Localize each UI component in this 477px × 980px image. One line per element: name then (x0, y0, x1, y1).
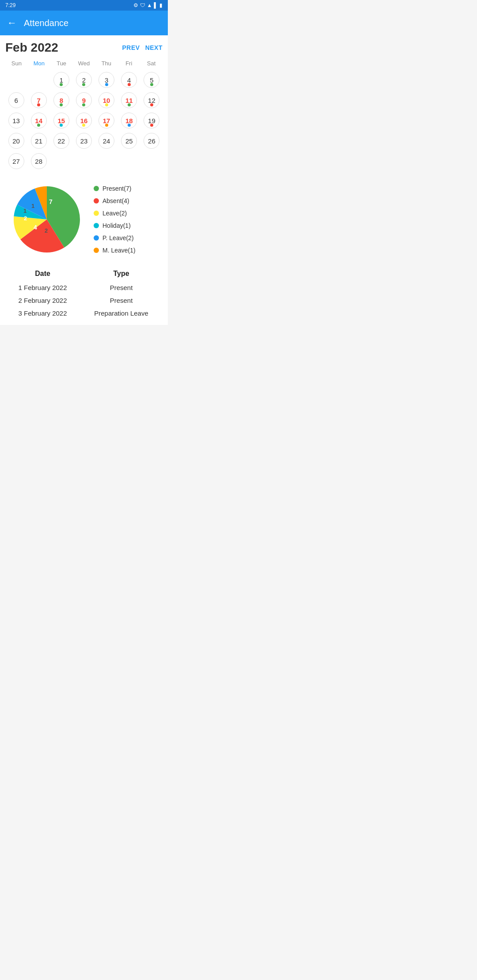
battery-icon: ▮ (159, 2, 163, 8)
cal-day-27: 27 (8, 153, 24, 169)
legend-dot-present (94, 186, 99, 191)
settings-icon: ⚙ (133, 2, 138, 8)
cal-day-13: 13 (8, 113, 24, 128)
pie-label-holiday: 1 (23, 207, 26, 214)
cal-day-23: 23 (76, 133, 92, 149)
pie-chart: 7 4 2 1 2 1 (7, 180, 87, 259)
cal-day-15: 15 (53, 113, 69, 128)
cal-cell[interactable]: 9 (73, 90, 95, 110)
cal-cell[interactable]: 8 (50, 90, 72, 110)
cal-cell[interactable]: 21 (28, 131, 49, 151)
legend-leave: Leave(2) (94, 210, 161, 217)
pie-label-present: 7 (49, 198, 53, 205)
status-icons: ⚙ 🛡 ▲ ▌ ▮ (133, 2, 163, 8)
cal-cell[interactable]: 1 (50, 70, 72, 90)
cal-cell (28, 70, 49, 90)
cal-cell[interactable]: 19 (141, 111, 163, 130)
cal-cell[interactable]: 28 (28, 151, 49, 171)
row-type: Preparation Leave (80, 307, 163, 320)
cal-cell[interactable]: 13 (5, 111, 27, 130)
cal-day-26: 26 (144, 133, 159, 149)
app-bar: ← Attendance (0, 11, 168, 35)
cal-day-1: 1 (53, 72, 69, 88)
legend-holiday: Holiday(1) (94, 222, 161, 229)
next-button[interactable]: NEXT (145, 44, 163, 51)
cal-cell[interactable]: 3 (96, 70, 117, 90)
cal-cell[interactable]: 12 (141, 90, 163, 110)
cal-cell[interactable]: 27 (5, 151, 27, 171)
cal-day-28: 28 (31, 153, 47, 169)
day-label-tue: Tue (50, 58, 73, 68)
table-row: 2 February 2022Present (5, 294, 163, 307)
row-date: 2 February 2022 (5, 294, 80, 307)
cal-day-17: 17 (98, 113, 114, 128)
cal-cell[interactable]: 4 (118, 70, 140, 90)
table-row: 3 February 2022Preparation Leave (5, 307, 163, 320)
cal-day-20: 20 (8, 133, 24, 149)
legend-present: Present(7) (94, 185, 161, 192)
legend-label-holiday: Holiday(1) (102, 222, 131, 229)
cal-day-10: 10 (98, 92, 114, 108)
status-bar: 7:29 ⚙ 🛡 ▲ ▌ ▮ (0, 0, 168, 11)
row-date: 3 February 2022 (5, 307, 80, 320)
legend-dot-mleave (94, 248, 99, 253)
cal-cell[interactable]: 26 (141, 131, 163, 151)
cal-day-25: 25 (121, 133, 137, 149)
time-display: 7:29 (5, 2, 15, 8)
signal-icon: ▌ (154, 2, 158, 8)
pie-svg (7, 180, 87, 259)
cal-cell[interactable]: 7 (28, 90, 49, 110)
table-row: 1 February 2022Present (5, 281, 163, 294)
cal-day-21: 21 (31, 133, 47, 149)
month-title: Feb 2022 (5, 41, 58, 55)
back-button[interactable]: ← (7, 17, 17, 29)
cal-day-14: 14 (31, 113, 47, 128)
prev-button[interactable]: PREV (122, 44, 140, 51)
cal-day-9: 9 (76, 92, 92, 108)
cal-cell[interactable]: 23 (73, 131, 95, 151)
cal-day-16: 16 (76, 113, 92, 128)
cal-day-5: 5 (144, 72, 159, 88)
cal-cell[interactable]: 5 (141, 70, 163, 90)
cal-day-3: 3 (98, 72, 114, 88)
pie-label-pleave: 2 (24, 215, 27, 222)
col-type: Type (80, 266, 163, 281)
cal-cell[interactable]: 2 (73, 70, 95, 90)
cal-cell[interactable]: 6 (5, 90, 27, 110)
cal-cell[interactable]: 18 (118, 111, 140, 130)
day-label-thu: Thu (95, 58, 117, 68)
day-label-fri: Fri (117, 58, 140, 68)
legend-label-absent: Absent(4) (102, 197, 129, 204)
wifi-icon: ▲ (147, 2, 152, 8)
pie-label-leave: 2 (45, 227, 48, 234)
legend-dot-pleave (94, 235, 99, 241)
row-date: 1 February 2022 (5, 281, 80, 294)
legend-label-pleave: P. Leave(2) (102, 234, 134, 241)
legend-label-leave: Leave(2) (102, 210, 127, 217)
page-title: Attendance (24, 18, 68, 28)
cal-cell[interactable]: 11 (118, 90, 140, 110)
cal-cell[interactable]: 14 (28, 111, 49, 130)
cal-cell[interactable]: 15 (50, 111, 72, 130)
cal-day-19: 19 (144, 113, 159, 128)
cal-cell[interactable]: 22 (50, 131, 72, 151)
cal-cell[interactable]: 17 (96, 111, 117, 130)
legend-dot-holiday (94, 223, 99, 228)
legend-label-present: Present(7) (102, 185, 131, 192)
cal-cell[interactable]: 10 (96, 90, 117, 110)
cal-cell[interactable]: 25 (118, 131, 140, 151)
status-time: 7:29 (5, 2, 15, 8)
day-label-wed: Wed (73, 58, 95, 68)
cal-day-12: 12 (144, 92, 159, 108)
cal-cell[interactable]: 24 (96, 131, 117, 151)
day-labels: Sun Mon Tue Wed Thu Fri Sat (5, 58, 163, 68)
chart-section: 7 4 2 1 2 1 Present(7) Absent(4) Leave(2… (5, 180, 163, 259)
attendance-table: Date Type 1 February 2022Present2 Februa… (5, 266, 163, 320)
legend-pleave: P. Leave(2) (94, 234, 161, 241)
cal-cell[interactable]: 16 (73, 111, 95, 130)
cal-day-7: 7 (31, 92, 47, 108)
day-label-sun: Sun (5, 58, 28, 68)
cal-day-2: 2 (76, 72, 92, 88)
cal-cell[interactable]: 20 (5, 131, 27, 151)
pie-label-mleave: 1 (31, 203, 34, 209)
